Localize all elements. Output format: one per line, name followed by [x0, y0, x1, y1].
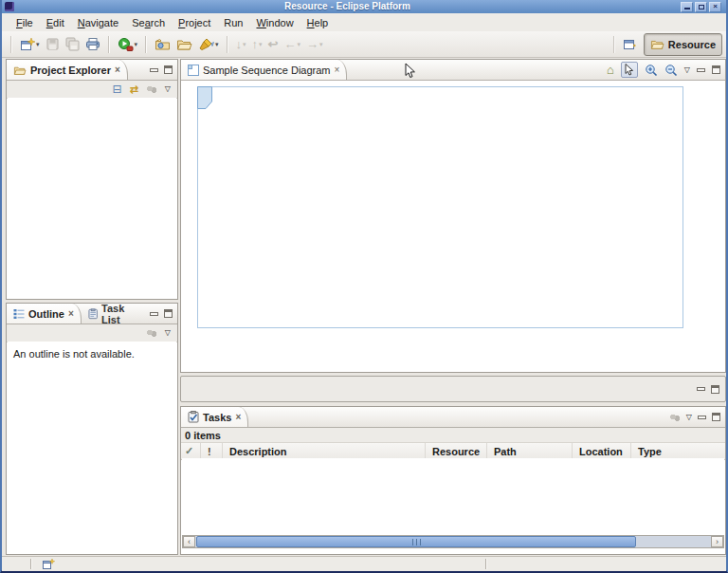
close-tab-icon[interactable]: ×: [68, 309, 74, 319]
chevron-down-icon: ▾: [243, 41, 246, 48]
tab-task-list[interactable]: Task List: [82, 304, 150, 323]
column-description[interactable]: Description: [223, 443, 426, 459]
save-all-button[interactable]: [63, 34, 82, 55]
tasks-tabbar: Tasks × ▽: [181, 407, 725, 428]
scroll-right-button[interactable]: ›: [711, 536, 723, 547]
menu-project[interactable]: Project: [172, 15, 217, 30]
tab-project-explorer[interactable]: Project Explorer ×: [7, 60, 128, 80]
menu-edit[interactable]: Edit: [40, 15, 71, 30]
previous-annotation-button[interactable]: ↑ ▾: [249, 34, 265, 55]
view-controls: [150, 60, 177, 80]
arrow-right-icon: →: [306, 38, 318, 50]
close-tab-icon[interactable]: ×: [115, 65, 120, 75]
menu-help[interactable]: Help: [300, 15, 336, 30]
outline-icon: [13, 308, 25, 320]
frame-label-note[interactable]: [197, 86, 212, 109]
column-path[interactable]: Path: [487, 443, 573, 459]
maximize-view-button[interactable]: [164, 309, 173, 318]
menu-navigate[interactable]: Navigate: [71, 15, 125, 30]
diagram-canvas[interactable]: [182, 81, 724, 371]
tasks-table-body[interactable]: [182, 458, 724, 535]
tasks-icon: [188, 411, 199, 423]
column-resource[interactable]: Resource: [426, 443, 487, 459]
sequence-diagram-frame[interactable]: [197, 86, 683, 328]
select-tool-button[interactable]: [621, 62, 638, 78]
outline-view: Outline × Task List ▽ An outline is not …: [6, 303, 178, 555]
maximize-view-button[interactable]: [164, 65, 173, 74]
column-priority[interactable]: !: [201, 443, 223, 459]
search-button[interactable]: ▾: [195, 34, 222, 55]
open-folder-button[interactable]: [173, 34, 195, 55]
cursor-icon: [625, 64, 634, 76]
home-icon[interactable]: ⌂: [607, 64, 614, 76]
menu-file[interactable]: File: [9, 15, 40, 30]
minimize-editor-button[interactable]: [697, 68, 705, 72]
close-icon: ×: [713, 3, 718, 10]
column-type[interactable]: Type: [631, 443, 725, 459]
tab-outline[interactable]: Outline ×: [7, 304, 82, 323]
minimize-view-button[interactable]: [150, 68, 158, 72]
statusbar-separator: [485, 559, 487, 569]
menu-search[interactable]: Search: [125, 15, 172, 30]
column-location[interactable]: Location: [573, 443, 631, 459]
tab-sample-sequence-diagram[interactable]: Sample Sequence Diagram ×: [181, 60, 347, 80]
minimize-view-button[interactable]: [698, 416, 706, 419]
scroll-left-button[interactable]: ‹: [183, 536, 195, 547]
forward-button[interactable]: → ▾: [303, 34, 326, 55]
maximize-button[interactable]: [695, 2, 707, 12]
toolbar-handle: [10, 36, 12, 53]
chevron-down-icon: ▾: [135, 41, 138, 48]
window-title: Resource - Eclipse Platform: [14, 0, 681, 13]
toolbar-separator: [108, 36, 110, 53]
print-button[interactable]: [82, 34, 103, 55]
restore-view-button[interactable]: [711, 385, 719, 394]
open-element-button[interactable]: [152, 34, 173, 55]
resource-perspective-button[interactable]: Resource: [644, 33, 722, 56]
zoom-in-icon[interactable]: [645, 64, 658, 77]
last-edit-location-button[interactable]: ↩: [265, 34, 282, 55]
close-button[interactable]: ×: [709, 2, 721, 12]
link-with-editor-icon[interactable]: ⇄: [130, 83, 138, 95]
view-menu-icon[interactable]: ▽: [165, 85, 171, 93]
close-tab-icon[interactable]: ×: [335, 65, 340, 75]
open-folder-icon: [176, 37, 192, 51]
new-wizard-button[interactable]: ▾: [17, 34, 43, 55]
chevron-down-icon: ▾: [297, 41, 300, 48]
outline-toolbar: ▽: [7, 324, 177, 342]
view-menu-icon[interactable]: ▽: [165, 329, 171, 337]
chevron-down-icon: ▾: [215, 41, 219, 48]
menu-window[interactable]: Window: [249, 15, 300, 30]
open-perspective-button[interactable]: [620, 34, 640, 55]
tab-tasks[interactable]: Tasks ×: [181, 407, 248, 427]
view-menu-icon[interactable]: ▽: [684, 66, 690, 74]
next-annotation-button[interactable]: ↓ ▾: [233, 34, 249, 55]
disabled-filter-icon: [146, 84, 157, 94]
project-explorer-content[interactable]: [8, 98, 176, 298]
back-button[interactable]: ← ▾: [281, 34, 303, 55]
run-dropdown-button[interactable]: ▾: [115, 34, 141, 55]
outline-content: An outline is not available.: [8, 342, 176, 553]
open-perspective-icon: [623, 37, 637, 51]
minimize-view-button[interactable]: [150, 312, 158, 316]
view-menu-icon[interactable]: ▽: [686, 414, 692, 421]
scrollbar-thumb[interactable]: [196, 536, 636, 547]
save-all-icon: [65, 37, 80, 51]
arrow-left-icon: ←: [283, 38, 296, 50]
fast-view-icon[interactable]: [42, 558, 55, 570]
minimize-view-button[interactable]: [697, 387, 705, 391]
maximize-view-button[interactable]: [712, 413, 720, 421]
column-completed[interactable]: ✓: [181, 443, 201, 459]
arrow-up-icon: ↑: [252, 38, 259, 50]
collapse-all-icon[interactable]: ⊟: [113, 83, 122, 95]
run-icon: [118, 37, 134, 52]
minimize-button[interactable]: [681, 2, 693, 12]
zoom-out-icon[interactable]: [664, 64, 678, 77]
save-button[interactable]: [43, 34, 63, 55]
horizontal-scrollbar[interactable]: ‹ ›: [182, 535, 724, 548]
close-tab-icon[interactable]: ×: [235, 413, 241, 422]
menu-run[interactable]: Run: [217, 15, 249, 30]
maximize-editor-button[interactable]: [712, 65, 720, 74]
tasks-view: Tasks × ▽ 0 items ✓ ! Description Resour…: [180, 406, 726, 555]
titlebar[interactable]: Resource - Eclipse Platform ×: [2, 0, 726, 13]
tab-label: Project Explorer: [30, 65, 111, 76]
